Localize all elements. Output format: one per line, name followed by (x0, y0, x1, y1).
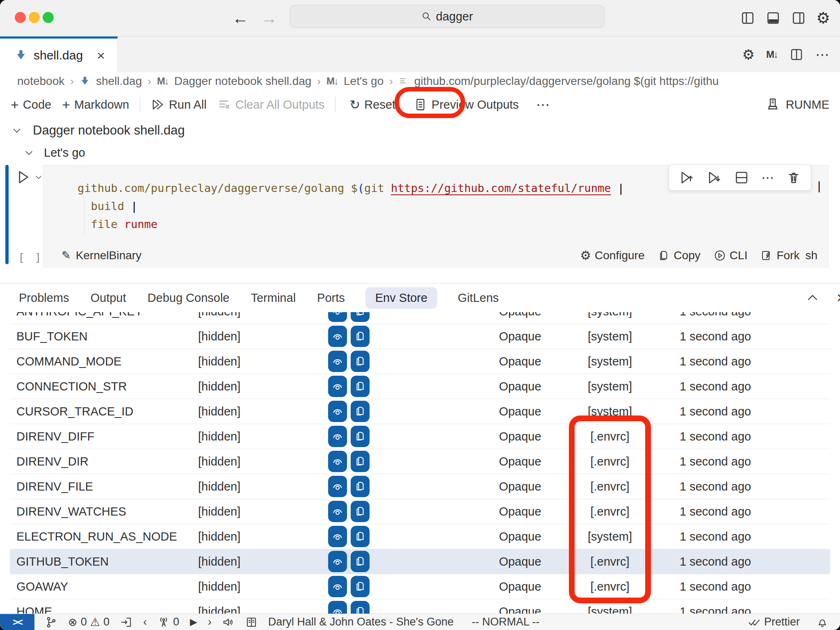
navigate-back-button[interactable]: ← (232, 9, 249, 27)
reader-status[interactable] (245, 616, 258, 628)
toggle-secondary-sidebar-icon[interactable] (791, 10, 806, 26)
env-row[interactable]: HOME [hidden] Opaque [system] 1 second a… (10, 599, 830, 614)
reveal-value-button[interactable] (328, 351, 347, 372)
clear-all-outputs-button[interactable]: Clear All Outputs (217, 98, 325, 112)
command-center-search[interactable]: dagger (290, 5, 605, 28)
configure-button[interactable]: ⚙ Configure (580, 247, 644, 264)
reveal-value-button[interactable] (328, 601, 347, 614)
source-control-status[interactable] (45, 616, 57, 628)
env-table-viewport[interactable]: ANTHROPIC_API_KEY [hidden] Opaque [syste… (0, 312, 840, 614)
copy-value-button[interactable] (351, 401, 370, 422)
env-row[interactable]: CONNECTION_STR [hidden] Opaque [system] … (10, 374, 830, 399)
now-playing-status[interactable]: Daryl Hall & John Oates - She's Gone (268, 616, 454, 628)
code-link[interactable]: https://github.com/stateful/runme (391, 182, 611, 194)
close-tab-icon[interactable]: × (97, 49, 105, 62)
bell-icon[interactable] (816, 616, 829, 628)
env-row[interactable]: ANTHROPIC_API_KEY [hidden] Opaque [syste… (10, 312, 830, 324)
env-row[interactable]: GOAWAY [hidden] Opaque [.envrc] 1 second… (10, 574, 830, 599)
reveal-value-button[interactable] (328, 501, 347, 522)
reveal-value-button[interactable] (328, 376, 347, 397)
panel-tab-output[interactable]: Output (90, 287, 127, 309)
runme-button[interactable]: RUNME (765, 97, 829, 112)
ports-status[interactable]: 0 (158, 616, 179, 628)
reveal-value-button[interactable] (328, 551, 347, 572)
toolbar-more-actions-icon[interactable]: ⋯ (536, 96, 550, 113)
audio-status[interactable] (222, 616, 235, 628)
collapse-chevron-icon[interactable] (24, 148, 34, 158)
reveal-value-button[interactable] (328, 426, 347, 447)
reveal-value-button[interactable] (328, 526, 347, 547)
reveal-value-button[interactable] (328, 312, 347, 322)
formatter-status[interactable]: Prettier (748, 616, 800, 629)
minimize-window-button[interactable] (29, 12, 40, 23)
copy-value-button[interactable] (351, 376, 370, 397)
collapse-panel-icon[interactable] (806, 291, 819, 305)
notebook-settings-icon[interactable]: ⚙ (742, 46, 755, 63)
copy-value-button[interactable] (351, 476, 370, 497)
copy-value-button[interactable] (351, 326, 370, 347)
editor-more-actions-icon[interactable]: ⋯ (815, 46, 829, 63)
zoom-window-button[interactable] (43, 12, 54, 23)
navigate-forward-button[interactable]: → (261, 9, 277, 27)
env-row[interactable]: COMMAND_MODE [hidden] Opaque [system] 1 … (10, 349, 830, 374)
copy-value-button[interactable] (351, 501, 370, 522)
env-row[interactable]: DIRENV_DIR [hidden] Opaque [.envrc] 1 se… (10, 449, 830, 474)
cli-button[interactable]: CLI (714, 249, 748, 262)
cell-language-label[interactable]: sh (805, 249, 817, 262)
panel-tab-terminal[interactable]: Terminal (250, 287, 297, 309)
add-code-cell-button[interactable]: + Code (11, 97, 51, 113)
copy-value-button[interactable] (351, 451, 370, 472)
play-icon[interactable]: ▶ (190, 616, 197, 628)
copy-value-button[interactable] (351, 351, 370, 372)
copy-value-button[interactable] (351, 576, 370, 597)
copy-button[interactable]: Copy (657, 249, 700, 262)
panel-tab-problems[interactable]: Problems (18, 287, 70, 309)
breadcrumb-notebook[interactable]: notebook (17, 75, 64, 88)
env-row[interactable]: GITHUB_TOKEN [hidden] Opaque [.envrc] 1 … (10, 549, 830, 574)
customize-layout-icon[interactable]: ⚙ (816, 10, 830, 26)
split-editor-icon[interactable] (789, 47, 804, 62)
split-cell-icon[interactable] (734, 170, 749, 185)
env-row[interactable]: DIRENV_FILE [hidden] Opaque [.envrc] 1 s… (10, 474, 830, 499)
copy-value-button[interactable] (351, 601, 370, 614)
tab-shell-dag[interactable]: shell.dag × (0, 37, 118, 72)
reveal-value-button[interactable] (328, 476, 347, 497)
markdown-run-icon[interactable]: M↓ (766, 49, 778, 60)
panel-tab-debug-console[interactable]: Debug Console (147, 287, 231, 309)
preview-outputs-button[interactable]: Preview Outputs (413, 98, 519, 112)
delete-cell-icon[interactable] (786, 170, 801, 185)
panel-tab-env-store[interactable]: Env Store (365, 287, 437, 309)
panel-tab-gitlens[interactable]: GitLens (457, 287, 500, 309)
reset-button[interactable]: ↻ Reset (349, 97, 395, 112)
reveal-value-button[interactable] (328, 401, 347, 422)
env-row[interactable]: ELECTRON_RUN_AS_NODE [hidden] Opaque [sy… (10, 524, 830, 549)
chevron-left-icon[interactable]: ‹ (143, 616, 147, 628)
env-row[interactable]: BUF_TOKEN [hidden] Opaque [system] 1 sec… (10, 324, 830, 349)
close-window-button[interactable] (15, 12, 26, 23)
run-all-button[interactable]: Run All (151, 98, 207, 112)
env-row[interactable]: DIRENV_WATCHES [hidden] Opaque [.envrc] … (10, 499, 830, 524)
collapse-chevron-icon[interactable] (11, 125, 22, 136)
copy-value-button[interactable] (351, 551, 370, 572)
add-markdown-cell-button[interactable]: + Markdown (62, 97, 129, 113)
reveal-value-button[interactable] (328, 326, 347, 347)
reveal-value-button[interactable] (328, 451, 347, 472)
toggle-primary-sidebar-icon[interactable] (740, 10, 756, 26)
toggle-panel-icon[interactable] (765, 10, 781, 26)
chevron-right-icon[interactable]: › (208, 616, 212, 628)
copy-value-button[interactable] (351, 312, 370, 322)
copy-value-button[interactable] (351, 426, 370, 447)
breadcrumb-file[interactable]: shell.dag (96, 75, 142, 88)
run-cell-button[interactable] (15, 169, 43, 185)
panel-tab-ports[interactable]: Ports (316, 287, 346, 309)
remote-indicator[interactable]: >< (0, 614, 34, 630)
breadcrumb-notebook-title[interactable]: Dagger notebook shell.dag (174, 75, 312, 88)
run-above-icon[interactable] (679, 170, 694, 185)
fork-button[interactable]: Fork (760, 249, 799, 262)
cell-more-actions-icon[interactable]: ⋯ (761, 170, 774, 185)
kernel-selector[interactable]: ✎ KernelBinary (62, 249, 142, 262)
run-below-icon[interactable] (706, 170, 722, 185)
exit-session-status[interactable] (120, 616, 132, 628)
env-row[interactable]: DIRENV_DIFF [hidden] Opaque [.envrc] 1 s… (10, 424, 830, 449)
problems-status[interactable]: ⊗ 0 ⚠ 0 (68, 616, 110, 629)
